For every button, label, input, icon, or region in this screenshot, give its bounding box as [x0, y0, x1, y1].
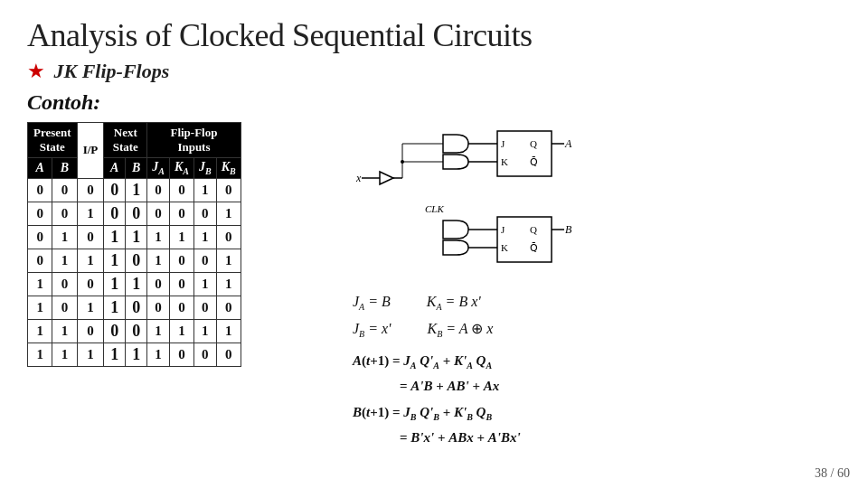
- table-row: 000010010: [28, 178, 241, 202]
- a-state-eq: A(t+1) = JA Q'A + K'A QA: [353, 349, 521, 374]
- table-cell: 0: [147, 178, 170, 202]
- table-cell: 0: [193, 249, 216, 272]
- table-cell: 0: [77, 225, 104, 249]
- a-state-eq2: = A'B + AB' + Ax: [353, 374, 521, 399]
- table-cell: 1: [193, 272, 216, 296]
- col-header-ip: I/P: [77, 123, 104, 179]
- svg-text:Q: Q: [530, 138, 537, 149]
- svg-text:CLK: CLK: [425, 203, 444, 214]
- svg-text:J: J: [501, 138, 505, 149]
- table-cell: 1: [216, 202, 241, 225]
- table-cell: 0: [169, 249, 193, 272]
- svg-text:B: B: [565, 223, 572, 236]
- col-jb: JB: [193, 158, 216, 179]
- ja-eq: JA = B: [353, 289, 391, 314]
- b-state-eq2: = B'x' + ABx + A'Bx': [353, 426, 521, 450]
- svg-text:J: J: [501, 224, 505, 235]
- table-cell: 0: [104, 319, 126, 343]
- table-cell: 1: [147, 249, 170, 272]
- svg-text:Q: Q: [530, 224, 537, 235]
- table-cell: 1: [216, 319, 241, 343]
- table-cell: 0: [147, 272, 170, 296]
- star-icon: ★: [27, 60, 45, 82]
- col-a: A: [28, 158, 52, 179]
- table-cell: 1: [104, 296, 126, 319]
- table-cell: 1: [169, 319, 193, 343]
- table-cell: 0: [126, 249, 147, 272]
- section-label: Contoh:: [27, 90, 841, 115]
- table-cell: 0: [28, 178, 52, 202]
- b-state-eq: B(t+1) = JB Q'B + K'B QB: [353, 400, 521, 426]
- table-row: 110001111: [28, 319, 241, 343]
- table-cell: 1: [126, 178, 147, 202]
- circuit-diagram: J K Q Q̄ A: [353, 122, 597, 280]
- truth-table-panel: PresentState I/P NextState Flip-FlopInpu…: [27, 122, 335, 450]
- table-cell: 1: [52, 249, 77, 272]
- svg-text:x: x: [355, 172, 362, 184]
- table-cell: 0: [126, 202, 147, 225]
- page-number: 38 / 60: [815, 466, 850, 481]
- table-cell: 0: [126, 296, 147, 319]
- table-cell: 0: [126, 319, 147, 343]
- svg-text:Q̄: Q̄: [530, 242, 538, 253]
- col-ja: JA: [147, 158, 170, 179]
- subtitle-text: JK Flip-Flops: [54, 60, 170, 82]
- table-cell: 1: [28, 319, 52, 343]
- col-header-ff: Flip-FlopInputs: [147, 123, 241, 158]
- table-cell: 0: [28, 249, 52, 272]
- table-cell: 0: [77, 178, 104, 202]
- table-cell: 0: [193, 202, 216, 225]
- table-cell: 1: [193, 225, 216, 249]
- equations-block: JA = B KA = B x' JB = x' KB = A ⊕ x: [353, 289, 493, 343]
- table-cell: 0: [147, 202, 170, 225]
- table-cell: 0: [216, 225, 241, 249]
- table-cell: 0: [193, 343, 216, 366]
- col-nb: B: [126, 158, 147, 179]
- right-panel: J K Q Q̄ A: [344, 122, 841, 450]
- state-equations: A(t+1) = JA Q'A + K'A QA = A'B + AB' + A…: [353, 349, 521, 450]
- table-cell: 1: [147, 319, 170, 343]
- table-cell: 1: [28, 343, 52, 366]
- kb-eq: KB = A ⊕ x: [428, 316, 494, 342]
- table-cell: 0: [169, 296, 193, 319]
- table-cell: 0: [169, 272, 193, 296]
- table-cell: 0: [104, 178, 126, 202]
- table-cell: 0: [52, 272, 77, 296]
- table-row: 011101001: [28, 249, 241, 272]
- table-row: 111111000: [28, 343, 241, 366]
- table-cell: 1: [104, 225, 126, 249]
- table-cell: 1: [147, 225, 170, 249]
- svg-rect-0: [497, 131, 552, 176]
- svg-text:Q̄: Q̄: [530, 156, 538, 167]
- svg-marker-19: [380, 172, 393, 184]
- table-cell: 0: [216, 296, 241, 319]
- table-cell: 0: [193, 296, 216, 319]
- table-cell: 1: [216, 272, 241, 296]
- table-cell: 1: [193, 178, 216, 202]
- table-cell: 1: [52, 225, 77, 249]
- table-cell: 1: [77, 343, 104, 366]
- svg-rect-10: [497, 217, 552, 262]
- table-cell: 1: [104, 249, 126, 272]
- table-cell: 1: [104, 343, 126, 366]
- table-cell: 0: [169, 178, 193, 202]
- table-cell: 1: [104, 272, 126, 296]
- table-cell: 0: [104, 202, 126, 225]
- table-cell: 0: [169, 202, 193, 225]
- table-cell: 1: [77, 296, 104, 319]
- col-b: B: [52, 158, 77, 179]
- table-cell: 1: [126, 225, 147, 249]
- table-cell: 1: [193, 319, 216, 343]
- table-cell: 0: [28, 202, 52, 225]
- col-header-present: PresentState: [28, 123, 78, 158]
- table-cell: 1: [28, 296, 52, 319]
- svg-point-26: [401, 160, 404, 164]
- svg-text:K: K: [501, 242, 508, 253]
- table-row: 001000001: [28, 202, 241, 225]
- svg-text:A: A: [564, 137, 572, 150]
- table-cell: 1: [28, 272, 52, 296]
- ka-eq: KA = B x': [427, 289, 481, 314]
- col-kb: KB: [216, 158, 241, 179]
- table-cell: 1: [169, 225, 193, 249]
- table-cell: 1: [77, 249, 104, 272]
